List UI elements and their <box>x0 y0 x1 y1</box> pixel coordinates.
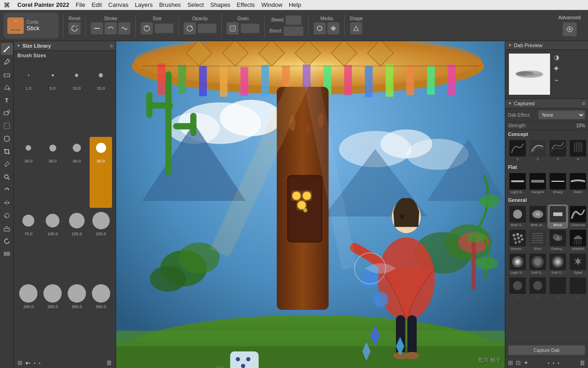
concept-brush-3[interactable]: 3 <box>548 139 567 162</box>
bleed-input[interactable]: 100% <box>283 26 304 36</box>
gen-brush-block[interactable]: Block <box>548 205 567 228</box>
gen-brush-light-s[interactable]: Light S... <box>508 253 527 276</box>
favorite-button[interactable]: ♡ <box>44 22 50 29</box>
dab-effect-select[interactable]: None <box>538 110 585 119</box>
grain-input[interactable]: 95% <box>241 23 260 33</box>
brush-size-250.0[interactable]: 250.0 <box>42 282 64 353</box>
menu-effects[interactable]: Effects <box>237 1 255 8</box>
concept-brush-1[interactable]: 1 <box>508 139 527 162</box>
tool-rotate[interactable] <box>1 184 13 196</box>
gen-brush-soft-d1[interactable]: Soft D... <box>528 253 547 276</box>
canvas-area[interactable]: 荒川 桃子 <box>116 41 505 368</box>
brush-size-20.0[interactable]: 20.0 <box>17 137 40 208</box>
rbc-delete-button[interactable]: 🗑 <box>579 359 585 366</box>
tool-crop[interactable] <box>1 146 13 157</box>
advanced-button[interactable] <box>562 22 577 37</box>
brush-size-150.0[interactable]: 150.0 <box>90 210 112 281</box>
gen-brush-soft-d2[interactable]: Soft D... <box>548 253 567 276</box>
media-btn-2[interactable] <box>327 22 340 35</box>
library-icon[interactable]: ⊞ <box>17 359 22 366</box>
menu-layers[interactable]: Layers <box>135 1 153 8</box>
gen-brush-etch[interactable]: Etch <box>528 229 547 252</box>
more-options[interactable]: • • • <box>29 360 42 366</box>
brush-size-200.0[interactable]: 200.0 <box>17 282 40 353</box>
brush-size-75.0[interactable]: 75.0 <box>17 210 40 281</box>
brush-size-350.0[interactable]: 350.0 <box>90 282 112 353</box>
reset-input[interactable]: 65% <box>285 15 302 25</box>
brush-size-15.0[interactable]: 15.0 <box>90 64 112 135</box>
gen-brush-blob-s[interactable]: Blob S... <box>508 205 527 228</box>
tool-color-palette[interactable] <box>1 210 13 222</box>
dab-invert-button[interactable]: ◑ <box>554 54 559 61</box>
brush-size-125.0[interactable]: 125.0 <box>66 210 88 281</box>
stroke-btn-3[interactable] <box>118 22 131 35</box>
gen-brush-blob-of[interactable]: Blob of... <box>528 205 547 228</box>
brush-size-10.0[interactable]: 10.0 <box>66 64 88 135</box>
tool-transform[interactable] <box>1 133 13 145</box>
tool-text[interactable]: T <box>1 94 13 106</box>
brush-size-100.0[interactable]: 100.0 <box>42 210 64 281</box>
tool-brush[interactable] <box>1 43 13 55</box>
menu-edit[interactable]: Edit <box>91 1 102 8</box>
tool-fill[interactable] <box>1 81 13 93</box>
dab-rotate-button[interactable]: ⌁ <box>555 76 558 84</box>
flat-brush-3[interactable]: Sharp <box>548 172 567 195</box>
opacity-input[interactable]: 70% <box>198 23 217 33</box>
tool-magnify[interactable] <box>1 171 13 183</box>
delete-size-button[interactable]: 🗑 <box>106 359 112 366</box>
gen-brush-extra1[interactable]: ... <box>508 276 527 299</box>
menu-window[interactable]: Window <box>261 1 282 8</box>
brush-panel-header[interactable]: ▼ Size Library ≡ <box>14 41 116 51</box>
flat-brush-4[interactable]: Worn <box>568 172 588 195</box>
brush-size-30.0[interactable]: 30.0 <box>42 137 64 208</box>
flat-brush-1[interactable]: Light B... <box>508 172 527 195</box>
concept-brush-2[interactable]: 2 <box>528 139 547 162</box>
menu-brushes[interactable]: Brushes <box>159 1 181 8</box>
tool-select[interactable] <box>1 120 13 132</box>
menu-help[interactable]: Help <box>289 1 301 8</box>
menu-file[interactable]: File <box>75 1 85 8</box>
brush-size-50.0[interactable]: 50.0 <box>90 137 112 208</box>
stroke-btn-2[interactable] <box>104 22 117 35</box>
tool-history[interactable] <box>1 235 13 247</box>
rbc-import-button[interactable]: ⊞ <box>508 359 513 366</box>
menu-app-name[interactable]: Corel Painter 2022 <box>17 1 69 8</box>
dab-settings-button[interactable]: ✦ <box>553 64 560 74</box>
concept-brush-4[interactable]: 4 <box>568 139 588 162</box>
tool-mixer[interactable] <box>1 222 13 234</box>
tool-eraser[interactable] <box>1 69 13 81</box>
gen-brush-extra4[interactable]: ... <box>568 276 588 299</box>
tool-shape[interactable] <box>1 107 13 119</box>
shape-btn[interactable] <box>350 22 363 35</box>
capture-dab-button[interactable]: Capture Dab <box>508 345 585 355</box>
tool-layers-icon[interactable] <box>1 248 13 260</box>
tool-mirror[interactable] <box>1 197 13 209</box>
tool-dropper[interactable] <box>1 56 13 68</box>
gen-brush-chamois[interactable]: Chamois <box>568 205 588 228</box>
size-input[interactable]: 40.0 <box>155 23 174 33</box>
rbc-export-button[interactable]: ⊟ <box>516 359 521 366</box>
media-btn-1[interactable] <box>313 22 326 35</box>
apple-menu[interactable]: ⌘ <box>4 1 10 9</box>
brush-size-40.0[interactable]: 40.0 <box>66 137 88 208</box>
flat-brush-2[interactable]: Sargent <box>528 172 547 195</box>
gen-brush-extra2[interactable]: ... <box>528 276 547 299</box>
gen-brush-dense[interactable]: Dense... <box>508 229 527 252</box>
size-dial-button[interactable] <box>140 22 153 35</box>
rbc-star-button[interactable]: ✦ <box>524 359 529 366</box>
menu-shapes[interactable]: Shapes <box>210 1 230 8</box>
circle-icon[interactable]: ● <box>25 359 29 366</box>
reset-button[interactable] <box>68 22 81 35</box>
stroke-btn-1[interactable] <box>91 22 103 35</box>
gen-brush-extra3[interactable]: ... <box>548 276 567 299</box>
brush-size-5.0[interactable]: 5.0 <box>42 64 64 135</box>
brush-size-1.0[interactable]: 1.0 <box>17 64 40 135</box>
gen-brush-splat[interactable]: Splat <box>568 253 588 276</box>
gen-brush-jellyfish[interactable]: Jellyfish <box>568 229 588 252</box>
brush-size-300.0[interactable]: 300.0 <box>66 282 88 353</box>
panel-menu-icon[interactable]: ≡ <box>110 43 113 49</box>
gen-brush-grainy[interactable]: Grainy... <box>548 229 567 252</box>
menu-select[interactable]: Select <box>187 1 204 8</box>
rbc-more-options[interactable]: • • • <box>548 360 561 366</box>
captured-menu-icon[interactable]: ≡ <box>582 100 585 107</box>
